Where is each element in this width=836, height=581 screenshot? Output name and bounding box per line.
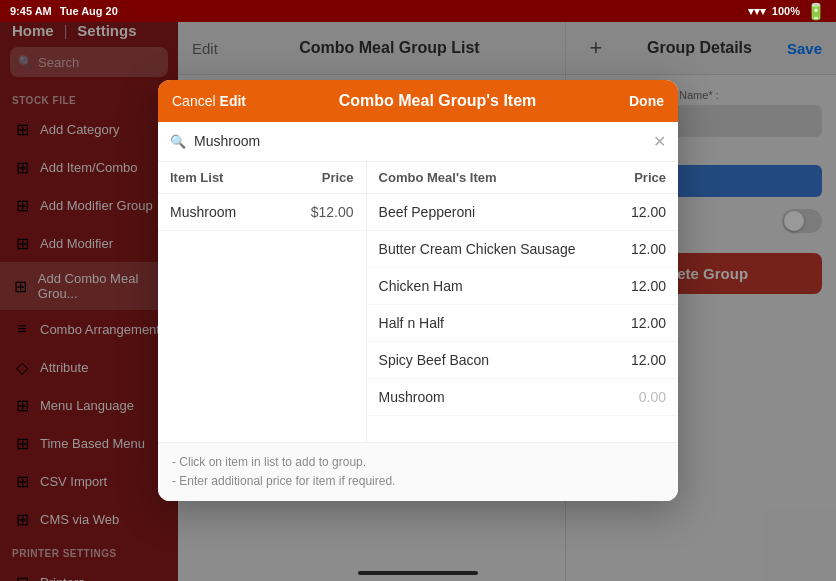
combo-item-modal: Cancel Edit Combo Meal Group's Item Done…	[158, 80, 678, 501]
combo-price-header-label: Price	[634, 170, 666, 185]
item-price: $12.00	[311, 204, 354, 220]
combo-item-name: Beef Pepperoni	[379, 204, 476, 220]
combo-item-name: Half n Half	[379, 315, 444, 331]
modal-edit-button[interactable]: Edit	[220, 93, 246, 109]
combo-list-item[interactable]: Spicy Beef Bacon	[367, 342, 678, 379]
modal-overlay: Cancel Edit Combo Meal Group's Item Done…	[0, 0, 836, 581]
combo-item-price-input[interactable]	[606, 204, 666, 220]
combo-item-price-input[interactable]	[606, 389, 666, 405]
item-list-price-header: Price	[322, 170, 354, 185]
modal-header: Cancel Edit Combo Meal Group's Item Done	[158, 80, 678, 122]
item-name: Mushroom	[170, 204, 236, 220]
modal-search-clear[interactable]: ✕	[653, 132, 666, 151]
battery-icon: 🔋	[806, 2, 826, 21]
combo-item-price-input[interactable]	[606, 278, 666, 294]
combo-list-item[interactable]: Chicken Ham	[367, 268, 678, 305]
combo-items-column: Combo Meal's Item Price Beef Pepperoni B…	[367, 162, 678, 442]
modal-cancel-button[interactable]: Cancel	[172, 93, 216, 109]
combo-list-item[interactable]: Mushroom	[367, 379, 678, 416]
status-date: Tue Aug 20	[60, 5, 118, 17]
modal-done-button[interactable]: Done	[629, 93, 664, 109]
status-left: 9:45 AM Tue Aug 20	[10, 5, 118, 17]
modal-search-input[interactable]	[194, 133, 645, 149]
modal-title: Combo Meal Group's Item	[246, 92, 629, 110]
item-list-column: Item List Price Mushroom $12.00	[158, 162, 367, 442]
modal-body: Item List Price Mushroom $12.00 Combo Me…	[158, 162, 678, 442]
combo-item-name: Mushroom	[379, 389, 445, 405]
modal-footer: - Click on item in list to add to group.…	[158, 442, 678, 501]
status-bar: 9:45 AM Tue Aug 20 ▾▾▾ 100% 🔋	[0, 0, 836, 22]
list-item[interactable]: Mushroom $12.00	[158, 194, 366, 231]
footer-hint-1: - Click on item in list to add to group.	[172, 453, 664, 472]
status-right: ▾▾▾ 100% 🔋	[748, 2, 826, 21]
footer-hint-2: - Enter additional price for item if req…	[172, 472, 664, 491]
combo-item-price-input[interactable]	[606, 352, 666, 368]
modal-search: 🔍 ✕	[158, 122, 678, 162]
item-list-header: Item List Price	[158, 162, 366, 194]
combo-items-header: Combo Meal's Item Price	[367, 162, 678, 194]
combo-list-item[interactable]: Half n Half	[367, 305, 678, 342]
combo-item-price-input[interactable]	[606, 241, 666, 257]
status-time: 9:45 AM	[10, 5, 52, 17]
combo-item-name: Butter Cream Chicken Sausage	[379, 241, 576, 257]
combo-item-header-label: Combo Meal's Item	[379, 170, 497, 185]
modal-search-icon: 🔍	[170, 134, 186, 149]
battery-indicator: 100%	[772, 5, 800, 17]
item-list-header-label: Item List	[170, 170, 223, 185]
combo-item-price-input[interactable]	[606, 315, 666, 331]
combo-list-item[interactable]: Beef Pepperoni	[367, 194, 678, 231]
combo-list-item[interactable]: Butter Cream Chicken Sausage	[367, 231, 678, 268]
combo-item-name: Chicken Ham	[379, 278, 463, 294]
combo-item-name: Spicy Beef Bacon	[379, 352, 490, 368]
wifi-icon: ▾▾▾	[748, 5, 766, 18]
